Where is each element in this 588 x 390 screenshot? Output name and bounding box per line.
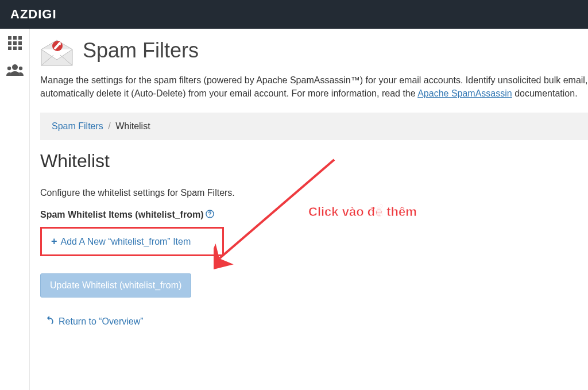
shell: Spam Filters Manage the settings for the… — [0, 29, 588, 390]
svg-rect-5 — [18, 41, 22, 45]
main-content: Spam Filters Manage the settings for the… — [30, 29, 588, 390]
undo-icon — [44, 315, 55, 329]
page-title: Spam Filters — [83, 38, 199, 63]
breadcrumb-current: Whitelist — [115, 121, 150, 131]
help-icon[interactable] — [206, 210, 214, 220]
update-whitelist-button[interactable]: Update Whitelist (whitelist_from) — [40, 273, 191, 298]
plus-icon: + — [51, 235, 57, 248]
nav-users-icon[interactable] — [6, 63, 24, 79]
svg-point-9 — [12, 64, 18, 70]
svg-point-10 — [7, 67, 10, 70]
apache-spamassassin-link[interactable]: Apache SpamAssassin — [417, 88, 512, 98]
svg-rect-0 — [8, 36, 11, 40]
svg-rect-6 — [8, 47, 11, 50]
items-label-text: Spam Whitelist Items (whitelist_from) — [40, 210, 203, 220]
return-label: Return to “Overview” — [59, 316, 144, 327]
page-header: Spam Filters — [30, 36, 588, 74]
topbar: AZDIGI — [0, 0, 588, 29]
svg-rect-4 — [13, 41, 17, 45]
nav-apps-icon[interactable] — [7, 36, 22, 53]
add-item-label: Add A New “whitelist_from” Item — [61, 237, 191, 247]
svg-rect-3 — [8, 41, 11, 45]
side-nav — [0, 29, 30, 390]
add-item-highlight-box: + Add A New “whitelist_from” Item — [40, 227, 224, 256]
spam-filters-icon — [40, 38, 74, 63]
breadcrumb-parent[interactable]: Spam Filters — [52, 121, 103, 131]
brand-logo: AZDIGI — [10, 7, 57, 22]
return-overview-link[interactable]: Return to “Overview” — [44, 315, 144, 329]
manage-description: Manage the settings for the spam filters… — [30, 74, 588, 113]
breadcrumb-separator: / — [106, 121, 113, 131]
svg-rect-8 — [18, 47, 22, 50]
svg-rect-2 — [18, 36, 22, 40]
svg-point-11 — [18, 67, 22, 70]
annotation-text: Click vào để thêm — [308, 204, 417, 219]
add-whitelist-item-link[interactable]: + Add A New “whitelist_from” Item — [51, 235, 191, 248]
manage-post-text: documentation. — [512, 88, 578, 98]
svg-point-14 — [210, 216, 211, 217]
svg-rect-7 — [13, 47, 17, 50]
svg-rect-1 — [13, 36, 17, 40]
breadcrumb: Spam Filters / Whitelist — [40, 113, 588, 140]
section-title: Whitelist — [30, 150, 588, 188]
